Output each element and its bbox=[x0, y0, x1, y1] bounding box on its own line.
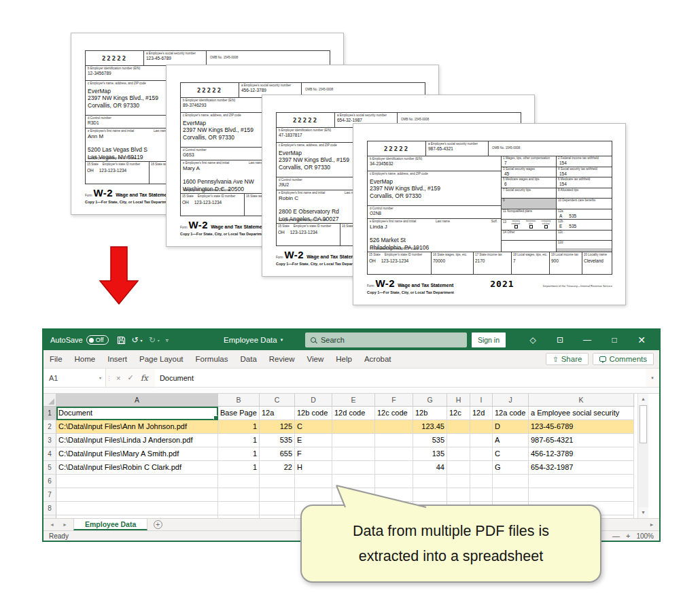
tab-formulas[interactable]: Formulas bbox=[190, 350, 234, 369]
cell[interactable]: 1 bbox=[218, 447, 260, 461]
column-header-E[interactable]: E bbox=[332, 394, 375, 406]
cancel-entry-icon[interactable]: × bbox=[116, 374, 120, 382]
cell[interactable]: Document bbox=[56, 407, 218, 420]
cell[interactable]: 123-45-6789 bbox=[529, 420, 634, 434]
cell[interactable]: 12b bbox=[413, 407, 447, 420]
cell[interactable]: 535 bbox=[260, 434, 295, 447]
row-header-5[interactable]: 5 bbox=[43, 461, 56, 475]
cell[interactable]: 456-12-3789 bbox=[529, 447, 634, 461]
cell[interactable] bbox=[332, 434, 375, 447]
cell[interactable] bbox=[447, 488, 470, 502]
cell[interactable]: C:\Data\Input Files\Robin C Clark.pdf bbox=[56, 461, 218, 475]
document-title[interactable]: Employee Data▾ bbox=[224, 330, 283, 350]
cell[interactable]: 12b code bbox=[295, 407, 332, 420]
confirm-entry-icon[interactable]: ✓ bbox=[127, 373, 133, 382]
cell[interactable]: Base Page bbox=[218, 407, 260, 420]
column-header-I[interactable]: I bbox=[470, 394, 493, 406]
column-header-D[interactable]: D bbox=[295, 394, 332, 406]
cell[interactable] bbox=[447, 420, 470, 434]
row-header-8[interactable]: 8 bbox=[43, 502, 56, 515]
insert-function-icon[interactable]: fx bbox=[141, 373, 148, 383]
tab-file[interactable]: File bbox=[43, 350, 69, 369]
zoom-out-icon[interactable]: — bbox=[612, 532, 620, 540]
cell[interactable] bbox=[332, 447, 375, 461]
column-header-G[interactable]: G bbox=[413, 394, 447, 406]
cell[interactable] bbox=[375, 461, 413, 475]
tab-home[interactable]: Home bbox=[69, 350, 102, 369]
cell[interactable]: G bbox=[493, 461, 529, 475]
cell[interactable] bbox=[375, 434, 413, 447]
cell[interactable] bbox=[447, 434, 470, 447]
cell[interactable] bbox=[332, 461, 375, 475]
tab-acrobat[interactable]: Acrobat bbox=[358, 350, 398, 369]
sign-in-button[interactable]: Sign in bbox=[472, 332, 506, 347]
row-header-2[interactable]: 2 bbox=[43, 420, 56, 434]
tab-help[interactable]: Help bbox=[330, 350, 358, 369]
autosave-toggle[interactable]: AutoSave Off bbox=[50, 335, 109, 345]
sheet-tab-employee-data[interactable]: Employee Data bbox=[73, 519, 147, 530]
column-header-H[interactable]: H bbox=[447, 394, 470, 406]
row-header-7[interactable]: 7 bbox=[43, 488, 56, 502]
cell[interactable]: H bbox=[295, 461, 332, 475]
cell[interactable]: 1 bbox=[218, 434, 260, 447]
vertical-scrollbar[interactable]: ▲ ▼ bbox=[637, 394, 648, 518]
cell[interactable] bbox=[375, 420, 413, 434]
cell[interactable] bbox=[470, 475, 493, 488]
cell[interactable]: 654-32-1987 bbox=[529, 461, 634, 475]
name-box[interactable]: A1▾ bbox=[43, 369, 106, 387]
tab-insert[interactable]: Insert bbox=[101, 350, 133, 369]
customize-toolbar-icon[interactable]: ▿ bbox=[166, 337, 169, 343]
column-header-A[interactable]: A bbox=[56, 394, 218, 406]
sheet-nav-right-icon[interactable]: ► bbox=[63, 522, 67, 527]
vertical-scrollbar-thumb[interactable] bbox=[640, 405, 647, 443]
scroll-up-icon[interactable]: ▲ bbox=[638, 394, 648, 405]
cell[interactable] bbox=[447, 475, 470, 488]
cell[interactable] bbox=[218, 502, 260, 515]
select-all-corner[interactable] bbox=[43, 394, 56, 406]
cell[interactable]: A bbox=[493, 434, 529, 447]
cell[interactable]: E bbox=[295, 434, 332, 447]
zoom-in-icon[interactable]: + bbox=[626, 532, 630, 540]
cell[interactable] bbox=[529, 488, 634, 502]
hscroll-right-icon[interactable]: ► bbox=[644, 519, 659, 530]
tab-review[interactable]: Review bbox=[263, 350, 301, 369]
cell[interactable]: 12c bbox=[447, 407, 470, 420]
cell[interactable]: F bbox=[295, 447, 332, 461]
column-header-B[interactable]: B bbox=[218, 394, 260, 406]
cell[interactable]: 1 bbox=[218, 461, 260, 475]
cell[interactable] bbox=[447, 461, 470, 475]
cell[interactable]: C bbox=[295, 420, 332, 434]
cell[interactable]: 12d bbox=[470, 407, 493, 420]
cell[interactable]: 22 bbox=[260, 461, 295, 475]
cell[interactable] bbox=[56, 488, 218, 502]
cell[interactable] bbox=[470, 461, 493, 475]
search-input[interactable]: Search bbox=[305, 332, 467, 347]
cell[interactable]: C bbox=[493, 447, 529, 461]
comments-button[interactable]: Comments bbox=[593, 353, 654, 365]
cell[interactable] bbox=[447, 447, 470, 461]
tab-data[interactable]: Data bbox=[234, 350, 263, 369]
cell[interactable]: 655 bbox=[260, 447, 295, 461]
add-sheet-button[interactable]: + bbox=[147, 519, 168, 530]
cell[interactable] bbox=[470, 447, 493, 461]
cell[interactable]: 12d code bbox=[332, 407, 375, 420]
sheet-nav-left-icon[interactable]: ◄ bbox=[50, 522, 54, 527]
premium-diamond-icon[interactable]: ◇ bbox=[519, 335, 546, 345]
cell[interactable]: 12c code bbox=[375, 407, 413, 420]
row-header-3[interactable]: 3 bbox=[43, 434, 56, 447]
column-header-K[interactable]: K bbox=[529, 394, 634, 406]
cell[interactable]: C:\Data\Input Files\Linda J Anderson.pdf bbox=[56, 434, 218, 447]
cell[interactable]: C:\Data\Input Files\Ann M Johnson.pdf bbox=[56, 420, 218, 434]
cell[interactable] bbox=[529, 475, 634, 488]
cell[interactable] bbox=[332, 420, 375, 434]
cell[interactable]: 44 bbox=[413, 461, 447, 475]
cell[interactable] bbox=[493, 488, 529, 502]
cell[interactable]: C:\Data\Input Files\Mary A Smith.pdf bbox=[56, 447, 218, 461]
cell[interactable]: 535 bbox=[413, 434, 447, 447]
row-header-1[interactable]: 1 bbox=[43, 407, 56, 420]
cell[interactable]: 12a bbox=[260, 407, 295, 420]
cell[interactable]: D bbox=[493, 420, 529, 434]
scroll-down-icon[interactable]: ▼ bbox=[638, 507, 648, 518]
zoom-level[interactable]: 100% bbox=[636, 532, 654, 540]
name-box-dropdown-icon[interactable]: ▾ bbox=[99, 375, 101, 380]
